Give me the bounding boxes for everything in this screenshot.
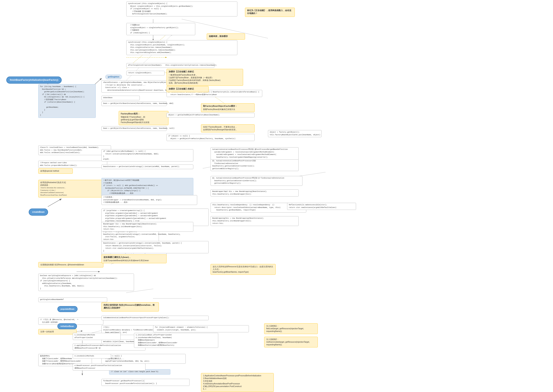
dogetbean-code2: doGetBean — [101, 96, 140, 100]
annotation-appctx-text4: 4.InitDestroyAnnotationBeanPostProcessor — [203, 382, 272, 385]
common-annotation-post: toCommonAnnotationBeanPostProcessor#post… — [101, 316, 209, 320]
getbean-instance: bean = getObjectForBeanInstance(sharedIn… — [101, 101, 167, 106]
instantiation-strategy: if (mbd.getFactoryMethodName() != null) … — [101, 149, 193, 161]
svg-line-3 — [48, 199, 61, 207]
after-singleton-creation: afterSingletonCreation(beanName); this.s… — [126, 63, 214, 68]
return-singleton: return singletonObject; — [126, 71, 165, 75]
singleton-object-code: //创建bean singletonObject = singletonFact… — [126, 23, 195, 35]
findautowired-annotation: 自; AutowireAnnotationBeanPostProcessor识别… — [211, 159, 299, 171]
annotation-appctx-text5: 拦截.(JSR)250.java.annotation.PostConstruc… — [203, 385, 272, 388]
beanwrapper-autowire: BeanWrapping(biv = new BeanWrapping(Bean… — [211, 216, 299, 226]
annotation-factorybean: FactoryBean相关： 明确实现了FactoryBean，则 getBea… — [119, 111, 169, 125]
annotation-getobject-line2: 会调用其FactoryBeangetObject的实现， — [203, 128, 253, 131]
early-singleton-exposure: boolean earlySingletonExposure = (mbd.is… — [38, 273, 134, 291]
annotation-singleton-line1: 一般来Bean的FactoryBean本身， — [169, 74, 241, 76]
post-process-merged-definition: AutowireAnnotationBeanPostProcessor即识别 @… — [211, 147, 299, 160]
invoke-init-methods-node: 3.invokeInitMethods — [73, 354, 111, 358]
annotation-appctx-text1: 1.ApplicationContextAwareProcessor.postP… — [203, 374, 272, 377]
annotation-before-singleton: 标记为【正在创建】，使用构造函数入，会在这出地抛出！ — [245, 8, 295, 17]
annotation-early-text1: 仅需要提前暴露 找完Resource, @Autowired的bean — [40, 263, 101, 266]
annotation-special-method: 处理@special method — [38, 168, 73, 174]
annotation-special-method-text: 处理@special method — [40, 170, 71, 172]
entry-label: finishBeanFactoryInitialization(beanFact… — [6, 77, 62, 84]
annotation-add-singleton: 创建单例，添加缓存 — [207, 34, 245, 40]
annotation-singleton-line4: 实例。(取FactoryBean实例的效果) — [169, 82, 241, 84]
annotation-inject-complete-text: 这注入完所有这类Resource/且是在实例化中完成注入（这是注意到的注入方式）… — [213, 265, 274, 273]
annotation-resource-title: 利用之前找到的 包含@Resource注解的metaData，将属性注入到实例中 — [104, 304, 157, 309]
annotation-factorybean-line2: getBean会走getObject逻辑 — [121, 119, 166, 121]
entry-node: finishBeanFactoryInitialization(beanFact… — [6, 77, 62, 84]
annotation-early-exposure: 仅需要提前暴露 找完Resource, @Autowired的bean — [38, 262, 103, 267]
annotation-appctx-processor: 1.ApplicationContextAwareProcessor.postP… — [201, 373, 274, 392]
annotation-autowired-text: 处理是@Autowired [包含方法] — [40, 181, 101, 184]
annotation-autowired-check: 处理是@Autowired [包含方法] 的构造器： //tried to de… — [38, 180, 103, 197]
annotation-cache-line1: 查看FactoryBean的对象的已实现方法 — [203, 108, 253, 111]
diagram-container: synchronized (this.singletonObjects) { O… — [0, 0, 553, 392]
annotation-add-creating-mark-title: 加缓存【正在创建】的标记 — [169, 87, 206, 90]
annotation-singleton-line2: 1.如果不是FactoryBean，直接返回对象（一般这里） — [169, 76, 241, 79]
factory-getobject: object = factory.getObject(); this.facto… — [268, 130, 322, 137]
annotation-inject-flow1-text2: field.set(target, getResource(injectionT… — [266, 327, 316, 333]
for-element-loop: for (InjectedElement element : elementsT… — [153, 325, 249, 332]
get-singleton-label: getSingleton — [105, 75, 122, 79]
annotation-add-singleton-title: 创建单例，添加缓存 — [209, 35, 243, 38]
prepare-method-overrides: //Prepare method overrides mbd.Toclss.pr… — [38, 161, 107, 168]
populate-bean-label: populateBean — [57, 306, 78, 312]
annotation-factorybean-title: FactoryBean相关： — [121, 112, 166, 115]
get-object-factory: object = getCachedObjectFromFactoryBean(… — [167, 113, 255, 118]
annotation-autowired-text2: 的构造器： — [40, 184, 101, 187]
get-singleton-beanname-ref: getSingletonBeanNameRef — [38, 297, 107, 302]
for-loop-block: for (String beanName : beanNames) { Root… — [38, 84, 96, 118]
annotation-getobject: 实现了FactoryBean的，不要再往里走， 会调用其FactoryBeang… — [201, 124, 255, 132]
bean-instance-create-strategy: beanInstance = getInstantiateStrategy().… — [101, 165, 193, 169]
annotation-inject-complete: 这注入完所有这类Resource/且是在实例化中完成注入（这是注意到的注入方式）… — [211, 264, 276, 275]
populate-bean-pill: populateBean — [57, 306, 78, 312]
annotation-singleton-line3: 2.如果是 FactoryBean自身本身等场景，则将值 (factoryBea… — [169, 79, 241, 82]
reflection-utils: ReflectionUtils.makeAccessible(ctor); re… — [287, 203, 356, 210]
createbean-label: createBean — [29, 209, 48, 216]
invoke-aware-methods-node: 1.invokeAwareMethods afterPropertiesSet — [73, 333, 121, 340]
getobject-for-bean: bean = getObjectForBeanInstance(sharedIn… — [101, 126, 167, 131]
annotation-add-creating-mark: 加缓存【正在创建】的标记 — [167, 86, 209, 92]
get-instantiation-strategy: beanInstance = getInstantiateStrategy().… — [101, 241, 209, 253]
bean-wrapper-impl: BeanWrapperImpl biv = new BeanWrapping(B… — [211, 189, 299, 196]
find-autowired: 自; AutowireAnnotationBeanPostProcessor即识… — [211, 176, 302, 186]
annotation-appctx-text6: 5. + — [203, 388, 272, 391]
annotation-inject-flow2-text2: method.invoke(target, getResource(inject… — [266, 341, 316, 346]
synchronized-block-top: synchronized (this.singletonObjects) { O… — [126, 1, 237, 16]
annotation-inject-flow2: 注入流程线2： method.invoke(target, getResourc… — [264, 337, 318, 347]
annotation-inject-once: 注用一次性处理 — [38, 329, 77, 334]
annotation-autowired-code2: Constructor c/j class = — [40, 189, 101, 191]
annotation-populate-bean: 提前暴露乙属性注入(bean)， 以便于populateBean的时候允许其他b… — [101, 254, 167, 263]
annotation-inject-flow2-text1: 注入流程线2： — [266, 338, 316, 341]
initialize-bean-pill: initializeBean — [57, 323, 77, 329]
annotation-cache-title: 取FactoryBeanObjectCache缓存： — [203, 105, 253, 107]
initialize-bean-label: initializeBean — [57, 323, 77, 329]
annotation-populate-text: 以便于populateBean的时候允许其他bean引用主bean — [104, 259, 164, 262]
annotation-autowired-code1: //tried to determine the constructor... — [40, 187, 101, 189]
annotation-getobject-line1: 实现了FactoryBean的，不要再往里走， — [203, 126, 253, 128]
autowire-constructor: //注意角色： instanceWrapper = createBeanInst… — [101, 195, 197, 205]
annotation-singleton-obj: 加缓存【正在创建】的标记 一般来Bean的FactoryBean本身， 1.如果… — [167, 69, 243, 86]
invoke-aware-detail: 1.initializeBean.afterPropertiesSet 2.in… — [134, 333, 218, 348]
annotation-singleton-title: 加缓存【正在创建】的标记 — [169, 70, 241, 73]
annotation-appctx-text3: 3.对应流程 — [203, 380, 272, 382]
class-resolved: Class<?> resolvedClass = resolveBeanClas… — [38, 145, 111, 155]
annotation-inject-flow1: 注入流程线1： field.set(target, getResource(in… — [264, 323, 318, 334]
annotation-autowired-code4: BeanProcessor.beanClass, beanName) — [40, 194, 101, 196]
annotation-autowired-code3: determineCandidateConstructors( — [40, 191, 101, 194]
after-init-node: 4.BeanProcessor.postProcessAfterInitiali… — [73, 364, 145, 371]
annotation-inject-flow1-text1: 注入流程线1： — [266, 325, 316, 327]
get-singleton-pill: getSingleton — [105, 75, 122, 79]
if-pvs-null: if (pvs != null) { //注解通过属性注入... applyPr… — [101, 354, 186, 364]
annotation-cache: 取FactoryBeanObjectCache缓存： 查看FactoryBean… — [201, 103, 255, 112]
annotation-before-singleton-title: 标记为【正在创建】，使用构造函数入，会在这出地抛出！ — [247, 9, 293, 15]
annotation-populate-title: 提前暴露乙属性注入(bean)， — [104, 256, 164, 259]
annotation-resource-inject: 利用之前找到的 包含@Resource注解的metaData，将属性注入到实例中 — [101, 302, 159, 311]
for-bean-processor: forBeanProcessor.getBeanPostProcessor(){… — [101, 379, 190, 386]
beanwrapper-new: BeanWrapper biv = new BeanWrapperImpl(Be… — [101, 222, 193, 232]
annotation-inject-once-text: 注用一次性处理 — [40, 330, 74, 333]
annotation-appctx-text2: 2.BeanValidationAware流程 — [203, 377, 272, 380]
annotation-factorybean-line1: 明确实现了FactoryBean，则 — [121, 116, 166, 119]
annotation-factorybean-line3: FactoryBeangetObject的方法实现 — [121, 121, 166, 124]
